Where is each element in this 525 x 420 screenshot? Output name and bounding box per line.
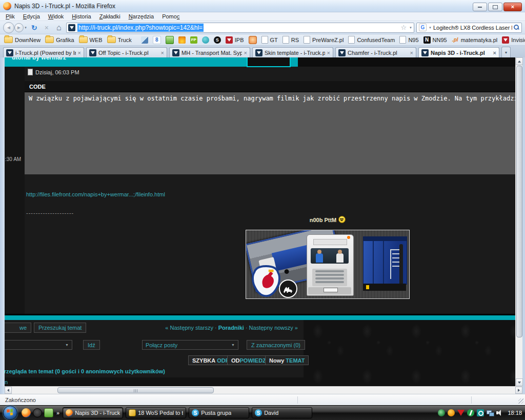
resize-grip[interactable]	[518, 398, 523, 404]
topic-action-select[interactable]: ▼	[5, 340, 72, 350]
task-18wos[interactable]: 18 WoS Pedal to the...	[126, 407, 186, 418]
go-button[interactable]: Idź	[83, 340, 100, 350]
menu-zakladki[interactable]: Zakładki	[96, 13, 124, 20]
tab-chamfer[interactable]: Chamfer - i-Truck.pl×	[335, 47, 416, 57]
bookmark-gt[interactable]: GT	[261, 36, 278, 44]
tab-close-icon[interactable]: ×	[244, 50, 247, 56]
bookmark-folder[interactable]: WEB	[79, 36, 103, 43]
url-dropdown-icon[interactable]: ▼	[409, 26, 412, 29]
bookmark-star-icon[interactable]: ☆	[400, 24, 407, 31]
stop-icon[interactable]: ×	[42, 23, 52, 33]
brush-bookmark-icon[interactable]	[141, 36, 148, 44]
search-icon[interactable]	[514, 25, 519, 30]
engine-dropdown-icon[interactable]: ▼	[429, 26, 432, 29]
search-bar[interactable]: G ▼ Logitech® LX8 Cordless Laser Mouse	[416, 23, 522, 33]
vertical-scrollbar[interactable]	[515, 57, 522, 386]
tab-skin-template[interactable]: Skin template - i-Truck.pl×	[252, 47, 333, 57]
volume-icon[interactable]	[496, 409, 503, 416]
tab-close-icon[interactable]: ×	[327, 50, 330, 56]
google-engine-icon[interactable]: G	[419, 24, 427, 31]
minimize-button[interactable]	[473, 3, 487, 11]
tab-close-icon[interactable]: ×	[493, 50, 496, 56]
reload-icon[interactable]: ↻	[29, 23, 39, 33]
moderation-select[interactable]: Połącz posty▼	[142, 340, 238, 350]
task-pusta-grupa[interactable]: SPusta grupa	[189, 407, 249, 418]
tray-green-icon[interactable]	[438, 409, 445, 416]
bookmark-folder[interactable]: Grafika	[45, 36, 74, 43]
hand-bookmark-icon[interactable]	[249, 36, 257, 44]
tab-list-dropdown-icon[interactable]: ▼	[501, 47, 511, 57]
tab-off-topic[interactable]: Off Topic - i-Truck.pl×	[86, 47, 167, 57]
back-icon[interactable]: ◄	[3, 22, 14, 33]
quicklaunch-messenger-icon[interactable]	[44, 408, 53, 417]
search-topic-button[interactable]: Przeszukaj temat	[34, 323, 86, 333]
bookmark-invisionboard[interactable]: InvisionBoard.pl - IP.B...	[502, 36, 525, 44]
bookmark-ipb[interactable]: IPB	[226, 36, 244, 44]
quicklaunch-app-icon[interactable]	[33, 408, 42, 417]
next-topic-link[interactable]: Następny nowszy »	[249, 325, 298, 331]
horizontal-scroll-thumb[interactable]	[57, 387, 214, 393]
topic-options-button[interactable]: we	[5, 323, 31, 333]
search-input[interactable]: Logitech® LX8 Cordless Laser Mouse	[433, 25, 512, 31]
s-circle-bookmark-icon[interactable]: S	[214, 36, 221, 44]
tray-red-v-icon[interactable]	[457, 410, 465, 416]
filefront-link[interactable]: http://files.filefront.com/napis+by+werm…	[26, 191, 165, 197]
quicklaunch-overflow-icon[interactable]: »	[56, 410, 59, 416]
menu-historia[interactable]: Historia	[68, 13, 94, 20]
maximize-button[interactable]	[488, 3, 502, 11]
start-button[interactable]	[3, 406, 17, 420]
fp-bookmark-icon[interactable]: FP	[190, 36, 197, 44]
home-icon[interactable]: ⌂	[54, 23, 64, 33]
8start-bookmark-icon[interactable]: 8	[153, 36, 161, 44]
bookmark-folder[interactable]: Truck	[107, 36, 132, 43]
tab-close-icon[interactable]: ×	[78, 50, 81, 56]
tray-teal-icon[interactable]	[477, 409, 484, 416]
reply-button[interactable]: ODPOWIEDZ	[227, 355, 270, 365]
bookmark-n95[interactable]: N95	[399, 36, 418, 44]
menu-plik[interactable]: Plik	[2, 13, 18, 20]
tab-mh-transport[interactable]: MH - Transport Mat. Sypki...×	[169, 47, 250, 57]
history-dropdown-icon[interactable]: ▼	[24, 26, 27, 29]
vertical-scroll-thumb[interactable]	[516, 66, 522, 337]
task-david[interactable]: SDavid	[252, 407, 312, 418]
tab-close-icon[interactable]: ×	[410, 50, 413, 56]
forward-icon[interactable]: ►	[14, 23, 24, 32]
code-block-body[interactable]: W związku z pojawiającymi się w ostatnim…	[25, 92, 515, 174]
bookmark-rs[interactable]: RS	[282, 36, 299, 44]
horizontal-scrollbar[interactable]	[5, 386, 522, 394]
signature-image[interactable]	[246, 230, 410, 299]
bookmark-confusedteam[interactable]: ConfusedTeam	[348, 36, 395, 44]
menu-edycja[interactable]: Edycja	[19, 13, 44, 20]
menu-pomoc[interactable]: Pomoc	[158, 13, 183, 20]
teal-circle-bookmark-icon[interactable]	[202, 36, 209, 44]
bookmark-folder[interactable]: DownNew	[4, 36, 41, 43]
current-forum-link[interactable]: Poradniki	[218, 325, 244, 331]
task-firefox[interactable]: Napis 3D - i-Truck.p...	[63, 407, 123, 418]
with-selected-button[interactable]: Z zaznaczonymi (0)	[247, 340, 305, 350]
scroll-right-icon[interactable]	[515, 387, 522, 394]
tab-napis-3d-active[interactable]: Napis 3D - i-Truck.pl×	[418, 47, 499, 57]
scroll-left-icon[interactable]	[5, 387, 12, 394]
new-topic-button[interactable]: NowyTEMAT	[265, 355, 309, 365]
prev-topic-link[interactable]: « Następny starszy	[165, 325, 213, 331]
tray-lightning-icon[interactable]	[467, 409, 474, 416]
bookmark-prewarez[interactable]: PreWareZ.pl	[304, 36, 344, 44]
taskbar-clock[interactable]: 18:18	[508, 410, 522, 416]
menu-narzedzia[interactable]: Narzędzia	[125, 13, 158, 20]
quicklaunch-firefox-icon[interactable]	[22, 408, 31, 417]
bookmark-matematyka[interactable]: .plmatematyka.pl	[452, 36, 498, 44]
tray-orange-icon[interactable]	[448, 409, 455, 416]
flame-bookmark-icon[interactable]	[178, 36, 186, 44]
green-bookmark-icon[interactable]	[166, 36, 174, 44]
tab-itruck-home[interactable]: i-Truck.pl (Powered by Invi...×	[3, 47, 84, 57]
network-icon[interactable]	[487, 409, 494, 416]
scroll-down-icon[interactable]	[516, 378, 523, 386]
url-text-selected[interactable]: http://i-truck.pl/index.php?showtopic=14…	[77, 24, 204, 32]
tab-close-icon[interactable]: ×	[161, 50, 164, 56]
close-button[interactable]: ×	[503, 3, 522, 11]
url-bar[interactable]: http://i-truck.pl/index.php?showtopic=14…	[66, 23, 414, 33]
scroll-up-icon[interactable]	[516, 57, 523, 65]
menu-widok[interactable]: Widok	[45, 13, 68, 20]
bookmark-nn95[interactable]: NNN95	[423, 36, 447, 44]
topic-header-button[interactable]	[247, 57, 291, 67]
